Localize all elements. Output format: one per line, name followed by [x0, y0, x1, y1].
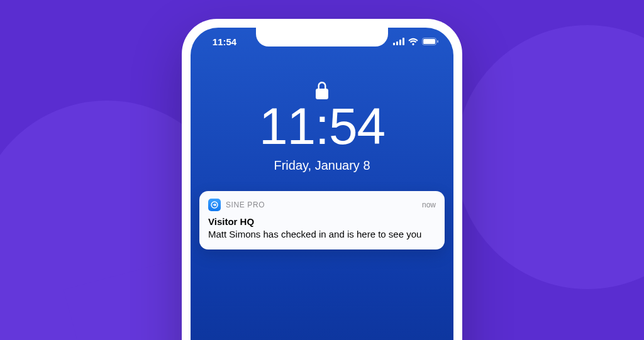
- lock-screen-time: 11:54: [191, 101, 453, 152]
- status-bar-indicators: [393, 38, 438, 45]
- svg-rect-1: [396, 41, 398, 45]
- svg-rect-3: [402, 38, 404, 45]
- svg-rect-0: [393, 43, 395, 45]
- phone-notch: [256, 28, 388, 47]
- lock-row: [191, 82, 453, 99]
- svg-rect-2: [399, 40, 401, 45]
- notification-body: Matt Simons has checked in and is here t…: [208, 228, 436, 241]
- app-icon: [208, 199, 221, 211]
- battery-icon: [422, 38, 438, 45]
- status-bar-time: 11:54: [206, 36, 243, 47]
- wifi-icon: [408, 38, 418, 45]
- cellular-signal-icon: [393, 38, 404, 45]
- svg-rect-6: [437, 40, 438, 43]
- lock-screen-date: Friday, January 8: [191, 158, 453, 173]
- phone-frame: 11:54 11:54 F: [182, 19, 462, 340]
- notification-timestamp: now: [422, 200, 436, 209]
- notification-header: SINE PRO now: [208, 199, 436, 211]
- notification-app-name: SINE PRO: [226, 200, 417, 209]
- background-shape-circle: [455, 25, 644, 289]
- lock-icon: [315, 82, 329, 99]
- svg-rect-5: [423, 39, 435, 44]
- phone-screen: 11:54 11:54 F: [191, 28, 453, 340]
- notification-title: Visitor HQ: [208, 216, 436, 227]
- promo-stage: 11:54 11:54 F: [0, 0, 644, 340]
- notification-card[interactable]: SINE PRO now Visitor HQ Matt Simons has …: [199, 191, 445, 250]
